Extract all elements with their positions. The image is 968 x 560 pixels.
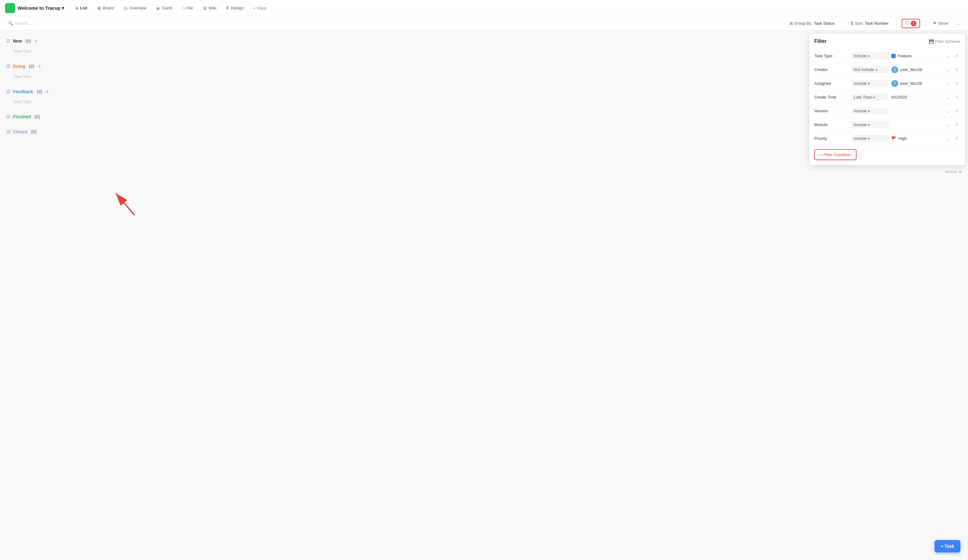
filter-row-module: Module Include ⌄ ✕ [814, 118, 960, 132]
filter-panel: Filter 💾 Filter Scheme Task Type Include… [809, 33, 965, 165]
filter-expand-module[interactable]: ⌄ [945, 121, 951, 129]
avatar-assignee: 1 [891, 80, 898, 87]
nav-add-view-label: View [257, 6, 266, 11]
sort-icon: ⇅ [850, 21, 854, 26]
nav-design[interactable]: F Design [222, 4, 247, 13]
filter-condition-create-time[interactable]: Late Than [851, 94, 889, 101]
search-icon: 🔍 [8, 21, 13, 26]
show-button[interactable]: 👁 Show [930, 20, 951, 27]
group-doing-count: (0) [28, 64, 35, 69]
filter-count-badge: 7 [911, 21, 917, 26]
filter-panel-header: Filter 💾 Filter Scheme [814, 38, 960, 44]
logo-box [5, 3, 15, 13]
group-finished-label: Finished [13, 114, 31, 119]
chevron-down-icon-3 [868, 81, 870, 86]
filter-label-version: Version [814, 109, 849, 113]
nav-overview-label: Overview [129, 6, 146, 10]
nav-file[interactable]: □ File [178, 4, 197, 13]
app-title: Welcome to Tracup ▾ [18, 5, 64, 11]
filter-condition-task-type-text: Include [854, 53, 867, 58]
filter-expand-create-time[interactable]: ⌄ [945, 94, 951, 101]
nav-overview[interactable]: ◷ Overview [120, 4, 150, 13]
filter-condition-module[interactable]: Include [851, 121, 889, 128]
filter-row-create-time: Create Time Late Than 9/1/2022 ⌄ ✕ [814, 91, 960, 104]
group-by-button[interactable]: ⊞ Group By: Task Status [787, 20, 837, 27]
sort-value: Task Number [865, 21, 889, 26]
filter-button[interactable]: ⛉ 7 [902, 19, 920, 28]
filter-condition-creator-text: Not Include [854, 67, 874, 72]
filter-condition-assignee-text: Include [854, 81, 867, 86]
filter-panel-title: Filter [814, 38, 827, 44]
filter-condition-task-type[interactable]: Include [851, 52, 889, 59]
filter-value-create-time-text: 9/1/2022 [891, 95, 907, 99]
overview-icon: ◷ [124, 6, 128, 11]
filter-condition-assignee[interactable]: Include [851, 80, 889, 87]
checkbox-feedback: ☑ [6, 89, 10, 94]
search-box[interactable]: 🔍 Search ... [5, 20, 36, 27]
more-button[interactable]: ... [955, 20, 963, 27]
group-feedback-count: (0) [36, 89, 42, 94]
filter-remove-priority[interactable]: ✕ [954, 134, 960, 143]
filter-remove-create-time[interactable]: ✕ [954, 93, 960, 101]
filter-value-assignee: 1 user_fdcc2b [891, 80, 942, 87]
eye-icon: 👁 [933, 21, 937, 26]
checkbox-closed: ☑ [6, 129, 10, 134]
filter-expand-assignee[interactable]: ⌄ [945, 80, 951, 87]
filter-value-priority-text: High [898, 136, 907, 141]
add-task-new-icon[interactable]: + [35, 38, 38, 44]
filter-remove-task-type[interactable]: ✕ [954, 51, 960, 60]
group-closed-label: Closed [13, 129, 28, 134]
filter-condition-version[interactable]: Include [851, 107, 889, 114]
app-title-arrow: ▾ [62, 5, 64, 11]
filter-condition-priority[interactable]: Include [851, 135, 889, 142]
avatar-creator: 1 [891, 66, 898, 73]
group-feedback-label: Feedback [13, 89, 33, 94]
version-closed-add[interactable]: ⊕ [959, 170, 962, 174]
filter-remove-module[interactable]: ✕ [954, 121, 960, 129]
filter-condition-create-time-text: Late Than [854, 95, 872, 99]
design-icon: F [226, 6, 229, 11]
nav-add-view[interactable]: + View [250, 4, 269, 13]
chevron-down-icon [868, 53, 870, 58]
add-task-button[interactable]: + Task [935, 540, 960, 552]
board-icon: ⊞ [97, 6, 101, 11]
filter-remove-assignee[interactable]: ✕ [954, 79, 960, 88]
filter-label-task-type: Task Type [814, 53, 849, 58]
add-filter-condition-button[interactable]: + Filter Condition [814, 149, 857, 160]
svg-line-1 [116, 193, 134, 215]
filter-scheme-button[interactable]: 💾 Filter Scheme [929, 39, 960, 44]
filter-value-assignee-text: user_fdcc2b [900, 81, 922, 86]
filter-scheme-label: Filter Scheme [935, 39, 960, 44]
filter-expand-version[interactable]: ⌄ [945, 107, 951, 115]
sort-button[interactable]: ⇅ Sort: Task Number [848, 20, 891, 27]
group-doing-label: Doing [13, 64, 25, 69]
app-logo[interactable]: Welcome to Tracup ▾ [5, 3, 64, 13]
filter-expand-creator[interactable]: ⌄ [945, 66, 951, 74]
sort-label: Sort: [855, 21, 864, 26]
nav-list[interactable]: ≡ List [72, 4, 91, 13]
wiki-icon: ⊟ [203, 6, 207, 11]
add-task-label: + Task [941, 544, 954, 549]
filter-remove-creator[interactable]: ✕ [954, 65, 960, 74]
save-scheme-icon: 💾 [929, 39, 934, 44]
search-placeholder: Search ... [15, 21, 33, 26]
filter-expand-task-type[interactable]: ⌄ [945, 52, 951, 60]
filter-remove-version[interactable]: ✕ [954, 107, 960, 115]
nav-board[interactable]: ⊞ Board [94, 4, 118, 13]
nav-gantt[interactable]: ≣ Gantt [152, 4, 176, 13]
checkbox-doing: ☑ [6, 64, 10, 69]
filter-condition-module-text: Include [854, 122, 867, 127]
filter-expand-priority[interactable]: ⌄ [945, 135, 951, 142]
add-task-feedback-icon[interactable]: + [46, 89, 49, 94]
nav-list-label: List [80, 6, 87, 10]
filter-row-version: Version Include ⌄ ✕ [814, 104, 960, 118]
filter-row-creator: Creator Not Include 1 user_fdcc2b ⌄ ✕ [814, 63, 960, 77]
nav-wiki[interactable]: ⊟ Wiki [199, 4, 220, 13]
new-task-new-label: New Task [14, 49, 31, 53]
add-task-doing-icon[interactable]: + [38, 63, 41, 69]
flag-icon: 🚩 [891, 136, 897, 141]
main-content: ☑ New (0) + New Task Version ⊕ ☑ Doing (… [0, 31, 968, 560]
checkbox-new: ☑ [6, 38, 10, 43]
filter-condition-creator[interactable]: Not Include [851, 66, 889, 73]
new-task-doing-label: New Task [14, 74, 31, 79]
